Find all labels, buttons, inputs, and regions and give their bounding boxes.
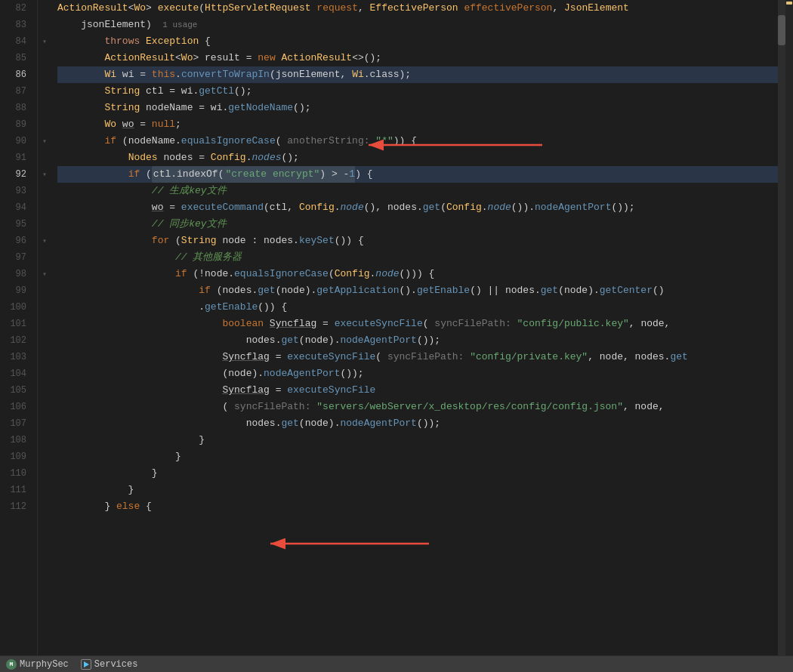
- code-line-92: if (ctl.indexOf("create encrypt") > -1) …: [57, 166, 778, 183]
- code-content[interactable]: ActionResult<Wo> execute(HttpServletRequ…: [51, 0, 778, 655]
- line-num-top1: 82: [0, 0, 31, 17]
- fold-87-empty: [38, 83, 51, 100]
- line-num-101: 101: [0, 316, 31, 332]
- murphy-icon: M: [6, 659, 17, 670]
- fold-90[interactable]: ▾: [38, 133, 51, 150]
- code-line-98: if (!node.equalsIgnoreCase(Config.node()…: [57, 266, 778, 282]
- fold-108-empty: [38, 432, 51, 449]
- line-num-110: 110: [0, 465, 31, 482]
- fold-86-empty: [38, 66, 51, 83]
- line-num-109: 109: [0, 449, 31, 465]
- code-line-101: boolean Syncflag = executeSyncFile( sync…: [57, 316, 778, 332]
- line-num-111: 111: [0, 482, 31, 498]
- code-line-89: Wo wo = null;: [57, 116, 778, 133]
- fold-indicators: ▾ ▾ ▾ ▾ ▾: [38, 0, 51, 655]
- services-label: Services: [94, 659, 138, 670]
- fold-100-empty: [38, 299, 51, 316]
- right-indicators: [785, 0, 793, 655]
- fold-95-empty: [38, 216, 51, 233]
- line-num-103: 103: [0, 349, 31, 365]
- line-num-86: 86: [0, 66, 31, 83]
- line-num-89: 89: [0, 116, 31, 133]
- fold-110-empty: [38, 465, 51, 482]
- code-line-84: throws Exception {: [57, 33, 778, 50]
- fold-102-empty: [38, 332, 51, 349]
- fold-97-empty: [38, 249, 51, 266]
- fold-101-empty: [38, 316, 51, 332]
- fold-89-empty: [38, 116, 51, 133]
- line-num-93: 93: [0, 183, 31, 199]
- line-num-92: 92: [0, 166, 31, 183]
- line-num-90: 90: [0, 133, 31, 150]
- line-num-98: 98: [0, 266, 31, 282]
- code-line-93: // 生成key文件: [57, 183, 778, 199]
- code-line-86: Wi wi = this.convertToWrapIn(jsonElement…: [57, 66, 778, 83]
- line-num-100: 100: [0, 299, 31, 316]
- murphy-label: MurphySec: [20, 659, 69, 670]
- line-numbers: 82 83 84 85 86 87 88 89 90 91 92 93 94 9…: [0, 0, 38, 655]
- line-num-88: 88: [0, 100, 31, 116]
- fold-91-empty: [38, 150, 51, 166]
- line-num-97: 97: [0, 249, 31, 266]
- code-line-88: String nodeName = wi.getNodeName();: [57, 100, 778, 116]
- fold-85-empty: [38, 50, 51, 66]
- fold-99-empty: [38, 282, 51, 299]
- code-line-83: jsonElement) 1 usage: [57, 17, 778, 33]
- fold-112-empty: [38, 498, 51, 515]
- line-num-85: 85: [0, 50, 31, 66]
- murphy-sec-item[interactable]: M MurphySec: [6, 659, 69, 670]
- fold-84[interactable]: ▾: [38, 33, 51, 50]
- fold-106-empty: [38, 399, 51, 415]
- fold-92[interactable]: ▾: [38, 166, 51, 183]
- code-line-105: Syncflag = executeSyncFile: [57, 382, 778, 399]
- code-line-94: wo = executeCommand(ctl, Config.node(), …: [57, 199, 778, 216]
- fold-96[interactable]: ▾: [38, 233, 51, 249]
- fold-88-empty: [38, 100, 51, 116]
- code-line-99: if (nodes.get(node).getApplication().get…: [57, 282, 778, 299]
- svg-marker-4: [84, 661, 89, 667]
- play-icon: [82, 661, 90, 668]
- code-line-107: nodes.get(node).nodeAgentPort());: [57, 415, 778, 432]
- fold-111-empty: [38, 482, 51, 498]
- code-line-87: String ctl = wi.getCtl();: [57, 83, 778, 100]
- line-num-96: 96: [0, 233, 31, 249]
- code-line-102: nodes.get(node).nodeAgentPort());: [57, 332, 778, 349]
- line-num-112: 112: [0, 498, 31, 515]
- fold-94-empty: [38, 199, 51, 216]
- line-num-87: 87: [0, 83, 31, 100]
- line-num-top2: 83: [0, 17, 31, 33]
- code-line-111: }: [57, 482, 778, 498]
- code-line-90: if (nodeName.equalsIgnoreCase( anotherSt…: [57, 133, 778, 150]
- scrollbar-thumb[interactable]: [778, 15, 785, 45]
- fold-109-empty: [38, 449, 51, 465]
- code-line-91: Nodes nodes = Config.nodes();: [57, 150, 778, 166]
- editor-area: 82 83 84 85 86 87 88 89 90 91 92 93 94 9…: [0, 0, 793, 655]
- indicator-warning: [786, 2, 792, 5]
- code-line-103: Syncflag = executeSyncFile( syncFilePath…: [57, 349, 778, 365]
- fold-103-empty: [38, 349, 51, 365]
- status-bar: M MurphySec Services: [0, 655, 793, 672]
- code-line-100: .getEnable()) {: [57, 299, 778, 316]
- code-line-85: ActionResult<Wo> result = new ActionResu…: [57, 50, 778, 66]
- code-line-110: }: [57, 465, 778, 482]
- fold-104-empty: [38, 365, 51, 382]
- code-line-97: // 其他服务器: [57, 249, 778, 266]
- line-num-99: 99: [0, 282, 31, 299]
- line-num-106: 106: [0, 399, 31, 415]
- line-num-108: 108: [0, 432, 31, 449]
- line-num-102: 102: [0, 332, 31, 349]
- code-line-106: ( syncFilePath: "servers/webServer/x_des…: [57, 399, 778, 415]
- line-num-91: 91: [0, 150, 31, 166]
- code-line-95: // 同步key文件: [57, 216, 778, 233]
- services-icon: [81, 659, 91, 670]
- line-num-104: 104: [0, 365, 31, 382]
- code-line-82: ActionResult<Wo> execute(HttpServletRequ…: [57, 0, 778, 17]
- fold-107-empty: [38, 415, 51, 432]
- services-item[interactable]: Services: [81, 659, 138, 670]
- fold-98[interactable]: ▾: [38, 266, 51, 282]
- code-line-108: }: [57, 432, 778, 449]
- line-num-105: 105: [0, 382, 31, 399]
- vertical-scrollbar[interactable]: [778, 0, 785, 655]
- fold-105-empty: [38, 382, 51, 399]
- code-line-104: (node).nodeAgentPort());: [57, 365, 778, 382]
